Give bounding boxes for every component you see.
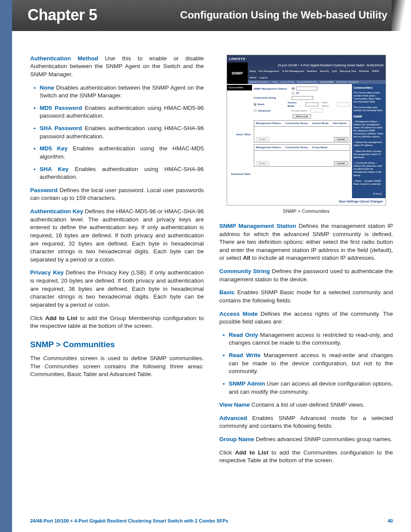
list-item: SHA Key Enables authentication using HMA… [30, 165, 204, 181]
fig-active-tab: Communities [227, 85, 252, 90]
cisco-logo: cisco [354, 188, 384, 196]
radio-icon [254, 109, 257, 112]
para-mgmt-station: SNMP Management Station Defines the mana… [219, 222, 393, 262]
page-footer: 24/48-Port 10/100 + 4-Port Gigabit Resil… [12, 513, 411, 532]
fig-brand: LINKSYS [227, 55, 386, 62]
list-item: MD5 Key Enables authentication using the… [30, 145, 204, 161]
fig-header: SNMP 24-port 10/100 + 4-Port Gigabit Res… [227, 62, 386, 84]
page-number: 40 [388, 518, 393, 524]
para-basic: Basic Enables SNMP Basic mode for a sele… [219, 289, 393, 305]
left-sidebar [0, 0, 12, 532]
para-advanced: Advanced Enables SNMP Advanced mode for … [219, 414, 393, 430]
fig-left-labels: Communities Basic Table Advanced Table [227, 84, 252, 198]
fig-basic-table-label: Basic Table [227, 131, 252, 137]
fig-adv-table-label: Advanced Table [227, 171, 252, 177]
left-column: Authentication Method Use this to enable… [30, 55, 204, 504]
list-item: SHA Password Enables authentication usin… [30, 124, 204, 140]
para-group-name: Group Name Defines advanced SNMP communi… [219, 436, 393, 444]
para-communities-intro: The Communities screen is used to define… [30, 355, 204, 379]
para-add-to-list: Click Add to List to add the Group Membe… [30, 314, 204, 330]
fig-footer: Save Settings Cancel Changes [227, 198, 386, 205]
section-heading-communities: SNMP > Communities [30, 339, 204, 350]
figure-caption: SNMP > Communities [219, 208, 393, 215]
fig-help-panel: Communities The Communities screen conta… [352, 84, 386, 198]
fig-add-button: Add to List [293, 114, 311, 118]
para-community-string: Community String Defines the password us… [219, 268, 393, 283]
fig-body: Communities Basic Table Advanced Table S… [227, 84, 386, 198]
list-item: Read Only Management access is restricte… [219, 331, 393, 347]
body-columns: Authentication Method Use this to enable… [12, 31, 411, 513]
radio-icon [254, 103, 256, 106]
page-header: Chapter 5 Configuration Using the Web-ba… [12, 0, 411, 31]
list-item: SNMP Admin User can access all device co… [219, 380, 393, 396]
radio-icon [292, 87, 295, 90]
page: Chapter 5 Configuration Using the Web-ba… [0, 0, 411, 532]
right-column: LINKSYS SNMP 24-port 10/100 + 4-Port Gig… [219, 55, 393, 504]
fig-form-area: SNMP Management Station All Community St… [252, 84, 352, 198]
auth-method-list: None Disables authentication between the… [30, 84, 204, 181]
list-item: Read Write Management access is read-wri… [219, 352, 393, 376]
fig-basic-table: Management StationCommunity StringAccess… [254, 120, 350, 143]
radio-icon [292, 92, 295, 95]
fig-sub-nav: Global ParametersViewsGroup ProfileGroup… [248, 80, 386, 84]
fig-snmp-label: SNMP [227, 62, 248, 84]
para-view-name: View Name Contains a list of user-define… [219, 401, 393, 409]
access-mode-list: Read Only Management access is restricte… [219, 331, 393, 396]
para-auth-key: Authentication Key Defines the HMAC-MD5-… [30, 208, 204, 264]
fig-product: 24-port 10/100 + 4-Port Gigabit Resilien… [248, 62, 386, 69]
chapter-heading: Chapter 5 [28, 4, 97, 26]
fig-main-nav: SetupPort ManagementVLAN ManagementStati… [248, 68, 386, 80]
para-privacy-key: Privacy Key Defines the Privacy Key (LSB… [30, 269, 204, 309]
para-password: Password Defines the local user password… [30, 187, 204, 202]
kw-auth-method: Authentication Method [30, 55, 98, 62]
para-auth-method: Authentication Method Use this to enable… [30, 55, 204, 79]
document-title: Configuration Using the Web-based Utilit… [180, 8, 387, 22]
para-access-mode: Access Mode Defines the access rights of… [219, 310, 393, 326]
footer-product: 24/48-Port 10/100 + 4-Port Gigabit Resil… [30, 518, 228, 524]
fig-adv-table: Management StationCommunity StringGroup … [254, 144, 350, 167]
list-item: None Disables authentication between the… [30, 84, 204, 100]
para-add-to-list-2: Click Add to List to add the Communities… [219, 449, 393, 465]
list-item: MD5 Password Enables authentication usin… [30, 104, 204, 120]
screenshot-figure: LINKSYS SNMP 24-port 10/100 + 4-Port Gig… [227, 55, 386, 205]
content: Chapter 5 Configuration Using the Web-ba… [12, 0, 411, 532]
fig-tabs-area: 24-port 10/100 + 4-Port Gigabit Resilien… [248, 62, 386, 84]
